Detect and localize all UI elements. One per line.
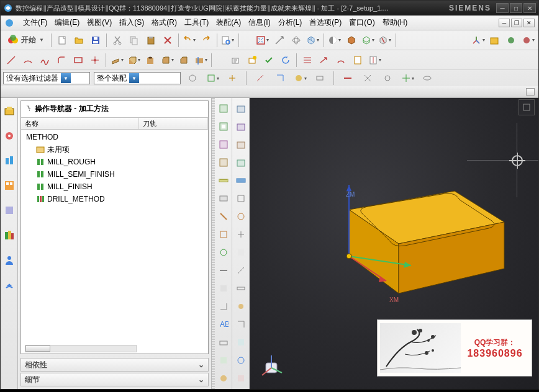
edge-blend-button[interactable]: ▾	[159, 52, 175, 68]
triad-btn[interactable]	[519, 99, 535, 115]
hscroll-track[interactable]	[25, 345, 137, 352]
tree-item-mill-semi[interactable]: MILL_SEMI_FINISH	[22, 168, 207, 180]
menu-help[interactable]: 帮助(H)	[379, 17, 412, 28]
close-button[interactable]: ✕	[523, 3, 536, 13]
vtb2-13-icon[interactable]	[233, 317, 248, 331]
col-toolpath[interactable]: 刀轨	[139, 118, 208, 129]
mdi-minimize-button[interactable]: ─	[499, 19, 510, 27]
path-lines-button[interactable]	[299, 52, 315, 68]
rotate-button[interactable]	[288, 32, 304, 48]
tree-item-unused[interactable]: 未用项	[22, 143, 207, 156]
point-button[interactable]	[87, 52, 103, 68]
op-sim-button[interactable]	[278, 52, 294, 68]
section-details[interactable]: 细节 ⌄	[20, 373, 209, 386]
menu-tools[interactable]: 工具(T)	[181, 17, 212, 28]
filter-btn-2[interactable]: ▾	[204, 70, 220, 86]
filter-btn-6[interactable]: ▾	[292, 70, 308, 86]
vtb2-2-icon[interactable]	[233, 120, 248, 134]
wireframe-button[interactable]	[343, 32, 360, 48]
spline-button[interactable]	[37, 52, 53, 68]
history-icon[interactable]	[2, 228, 16, 242]
navigator-tree[interactable]: METHOD 未用项 MILL_ROUGH MILL_SEMI_FINISH	[21, 130, 208, 344]
tree-item-mill-rough[interactable]: MILL_ROUGH	[22, 156, 207, 168]
filter-btn-11[interactable]: ▾	[399, 70, 415, 86]
shading-button[interactable]: ▾	[327, 32, 343, 48]
vtb-machine-view-icon[interactable]	[216, 120, 231, 134]
csys-button[interactable]	[486, 32, 502, 48]
curve-fillet-button[interactable]	[53, 52, 70, 68]
vtb-13-icon[interactable]: ABC	[216, 317, 231, 331]
cut-button[interactable]	[109, 32, 125, 48]
vtb-11-icon[interactable]	[216, 281, 231, 295]
vtb-16-icon[interactable]	[216, 371, 231, 385]
vtb-8-icon[interactable]	[216, 228, 231, 242]
menu-analysis[interactable]: 分析(L)	[274, 17, 306, 28]
selection-filter-dropdown[interactable]: 没有选择过滤器 ▼	[3, 72, 90, 84]
new-button[interactable]	[54, 32, 70, 48]
menu-file[interactable]: 文件(F)	[19, 17, 51, 28]
filter-btn-7[interactable]	[312, 70, 328, 86]
chamfer-button[interactable]	[176, 52, 192, 68]
delete-button[interactable]	[160, 32, 176, 48]
navigator-hscroll[interactable]	[21, 344, 208, 354]
scope-dropdown[interactable]: 整个装配 ▼	[94, 72, 181, 84]
hd3d-icon[interactable]	[2, 203, 16, 217]
maximize-button[interactable]: □	[510, 3, 522, 13]
docbar-chip[interactable]	[526, 88, 535, 96]
vtb-6-icon[interactable]	[216, 192, 231, 206]
filter-btn-1[interactable]	[184, 70, 201, 86]
vtb2-12-icon[interactable]	[233, 299, 248, 313]
tree-item-mill-finish[interactable]: MILL_FINISH	[22, 180, 207, 193]
menu-info[interactable]: 信息(I)	[245, 17, 274, 28]
tree-item-drill[interactable]: DRILL_METHOD	[22, 193, 207, 205]
vtb-10-icon[interactable]	[216, 263, 231, 277]
fit-button[interactable]: ▾	[255, 32, 271, 48]
filter-btn-3[interactable]	[224, 70, 240, 86]
line-button[interactable]	[3, 52, 19, 68]
op-verify-button[interactable]	[261, 52, 277, 68]
vtb2-3-icon[interactable]	[233, 138, 248, 152]
start-button[interactable]: 开始▼	[3, 32, 48, 48]
vtb2-4-icon[interactable]	[233, 156, 248, 170]
view-cube-button[interactable]: ▾	[305, 32, 321, 48]
vtb-14-icon[interactable]	[216, 335, 231, 349]
vtb-7-icon[interactable]	[216, 210, 231, 224]
open-button[interactable]	[71, 32, 87, 48]
wcs-button[interactable]: ▾	[469, 32, 486, 48]
path-arc-button[interactable]	[333, 52, 349, 68]
vtb-geom-view-icon[interactable]	[216, 138, 231, 152]
datum-plane-button[interactable]: ▾	[109, 52, 125, 68]
mdi-restore-button[interactable]: ❐	[511, 19, 522, 27]
rect-button[interactable]	[70, 52, 86, 68]
hscroll-thumb[interactable]	[25, 345, 50, 352]
copy-button[interactable]	[126, 32, 142, 48]
menu-view[interactable]: 视图(V)	[83, 17, 116, 28]
vtb2-11-icon[interactable]	[233, 281, 248, 295]
vtb-12-icon[interactable]	[216, 299, 231, 313]
viewport[interactable]: ZM XM	[250, 98, 538, 389]
vtb2-16-icon[interactable]	[233, 371, 248, 385]
vtb2-1-icon[interactable]	[233, 102, 248, 116]
trim-button[interactable]: ▾	[192, 52, 209, 68]
filter-btn-10[interactable]	[379, 70, 396, 86]
menu-preferences[interactable]: 首选项(P)	[306, 17, 345, 28]
pin-icon[interactable]	[25, 104, 32, 114]
assembly-nav-icon[interactable]	[2, 104, 16, 118]
menu-window[interactable]: 窗口(O)	[345, 17, 378, 28]
filter-btn-12[interactable]	[419, 70, 435, 86]
undo-button[interactable]: ▾	[181, 32, 197, 48]
mini-triad[interactable]	[257, 350, 286, 379]
save-button[interactable]	[88, 32, 104, 48]
vtb2-9-icon[interactable]	[233, 246, 248, 260]
path-sheet-button[interactable]	[350, 52, 366, 68]
path-arrow-button[interactable]	[316, 52, 332, 68]
command-finder-button[interactable]: ▾	[220, 32, 236, 48]
vtb-15-icon[interactable]	[216, 353, 231, 367]
vtb2-grid-icon[interactable]	[233, 174, 248, 188]
vtb2-8-icon[interactable]	[233, 228, 248, 242]
minimize-button[interactable]: ─	[496, 3, 509, 13]
vtb2-10-icon[interactable]	[233, 263, 248, 277]
reuse-lib-icon[interactable]	[2, 179, 16, 192]
filter-btn-9[interactable]	[360, 70, 376, 86]
menu-assembly[interactable]: 装配(A)	[212, 17, 245, 28]
